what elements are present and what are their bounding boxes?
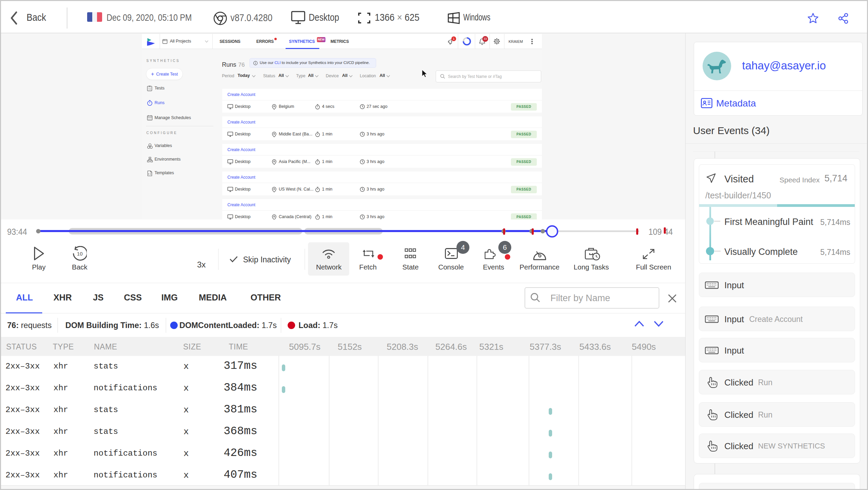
svg-text:10: 10 — [77, 251, 83, 257]
